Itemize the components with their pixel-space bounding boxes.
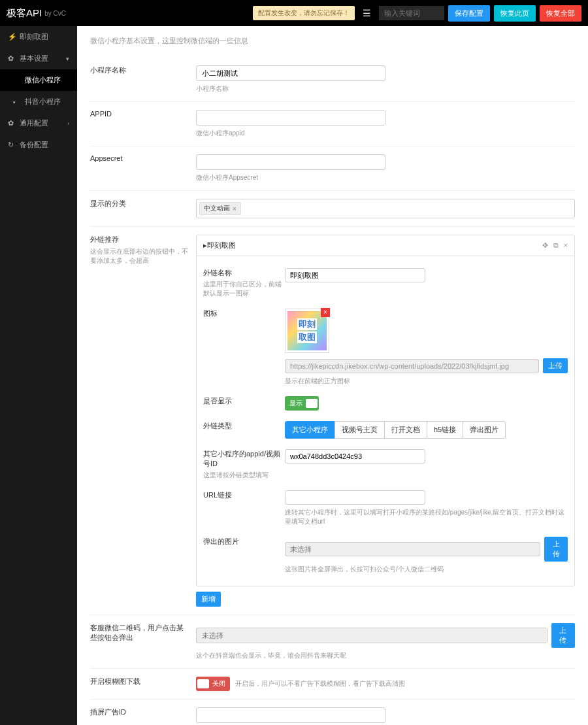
tag-remove-icon[interactable]: × <box>233 205 237 212</box>
icon-url-input[interactable] <box>285 359 539 373</box>
target-appid-input[interactable] <box>285 449 425 464</box>
section-description: 微信小程序基本设置，这里控制微信端的一些信息 <box>90 36 575 46</box>
help-appid: 微信小程序appid <box>196 129 575 138</box>
help-qrcode: 这个在抖音端也会显示，毕竟，谁会用抖音来聊天呢 <box>196 651 575 660</box>
thumb-remove-icon[interactable]: × <box>321 308 330 317</box>
popup-img-input[interactable] <box>285 542 540 556</box>
chevron-right-icon: › <box>67 120 69 127</box>
main-content: 微信小程序基本设置，这里控制微信端的一些信息 小程序名称小程序名称 APPID微… <box>77 26 588 725</box>
restore-all-button[interactable]: 恢复全部 <box>540 5 581 22</box>
type-opt-1[interactable]: 视频号主页 <box>335 421 385 439</box>
type-opt-2[interactable]: 打开文档 <box>384 421 427 439</box>
label-category: 显示的分类 <box>90 199 189 209</box>
category-tagbox[interactable]: 中文动画× <box>196 199 575 218</box>
label-appsecret: Appsecret <box>90 154 189 162</box>
sidebar-item-general[interactable]: ✿通用配置› <box>0 112 77 134</box>
close-icon[interactable]: × <box>564 241 568 250</box>
label-appid: APPID <box>90 110 189 118</box>
label-app-name: 小程序名称 <box>90 65 189 75</box>
topbar: 极客API by CvC 配置发生改变，请勿忘记保存！ ☰ 保存配置 恢复此页 … <box>0 0 588 26</box>
add-outlink-button[interactable]: 新增 <box>196 592 221 607</box>
logo: 极客API <box>7 7 42 20</box>
label-target-appid: 其它小程序的appid/视频号ID <box>203 449 285 469</box>
video-icon: ▪ <box>13 98 21 106</box>
ad1-input[interactable] <box>196 707 385 723</box>
sidebar-item-douyin[interactable]: ▪抖音小程序 <box>0 91 77 112</box>
upload-qrcode-button[interactable]: 上传 <box>551 623 575 648</box>
gear-icon: ✿ <box>8 119 16 127</box>
help-popup-img: 这张图片将全屏弹出，长按可扫公众号/个人微信二维码 <box>285 565 568 574</box>
upload-img-button[interactable]: 上传 <box>544 537 568 562</box>
gear-icon: ✿ <box>8 54 16 63</box>
copy-icon[interactable]: ⧉ <box>553 241 559 250</box>
desc-outlink: 这会显示在底部右边的按钮中，不要添加太多，会超高 <box>90 247 189 265</box>
grid-icon[interactable]: ☰ <box>359 8 375 18</box>
label-popup-img: 弹出的图片 <box>203 537 285 574</box>
restore-page-button[interactable]: 恢复此页 <box>494 5 536 22</box>
save-button[interactable]: 保存配置 <box>448 5 490 22</box>
show-toggle[interactable]: 显示 <box>285 396 319 411</box>
url-input[interactable] <box>285 490 425 505</box>
panel-header[interactable]: ▸ 即刻取图✥⧉× <box>197 235 574 256</box>
help-blur: 开启后，用户可以不看广告下载模糊图，看广告下载高清图 <box>235 679 405 688</box>
help-appsecret: 微信小程序Appsecret <box>196 173 575 182</box>
help-url: 跳转其它小程序时，这里可以填写打开小程序的某路径如/pages/jike/jik… <box>285 508 568 526</box>
category-tag: 中文动画× <box>199 202 241 215</box>
search-input[interactable] <box>379 6 444 20</box>
label-qrcode: 客服微信二维码，用户点击某些按钮会弹出 <box>90 623 189 643</box>
link-name-input[interactable] <box>285 268 425 282</box>
qrcode-input[interactable] <box>196 628 547 643</box>
outlink-panel: ▸ 即刻取图✥⧉× 外链名称这里用于你自己区分，前端默认显示一图标 图标 即刻取… <box>196 235 575 586</box>
sidebar-item-wechat[interactable]: 微信小程序 <box>0 69 77 91</box>
bolt-icon: ⚡ <box>8 33 16 41</box>
type-opt-3[interactable]: h5链接 <box>427 421 463 439</box>
app-name-input[interactable] <box>196 65 385 81</box>
label-ad1: 插屏广告ID <box>90 707 189 717</box>
label-link-type: 外链类型 <box>203 421 285 439</box>
icon-thumb: 即刻取图× <box>285 309 329 353</box>
config-change-notice: 配置发生改变，请勿忘记保存！ <box>253 6 355 20</box>
blur-toggle[interactable]: 关闭 <box>196 677 230 691</box>
label-outlink: 外链推荐 <box>90 235 189 244</box>
label-link-name: 外链名称 <box>203 268 285 278</box>
help-icon: 显示在前端的正方图标 <box>285 377 568 386</box>
label-blur: 开启模糊图下载 <box>90 677 189 686</box>
sidebar-item-backup[interactable]: ↻备份配置 <box>0 134 77 156</box>
sidebar-item-jike[interactable]: ⚡即刻取图 <box>0 26 77 48</box>
logo-sub: by CvC <box>44 10 66 17</box>
link-type-group: 其它小程序视频号主页打开文档h5链接弹出图片 <box>285 421 568 439</box>
desc-link-name: 这里用于你自己区分，前端默认显示一图标 <box>203 280 285 298</box>
appsecret-input[interactable] <box>196 154 385 170</box>
help-app-name: 小程序名称 <box>196 84 575 93</box>
label-url: URL链接 <box>203 490 285 526</box>
label-icon: 图标 <box>203 309 285 318</box>
appid-input[interactable] <box>196 110 385 126</box>
type-opt-4[interactable]: 弹出图片 <box>463 421 506 439</box>
desc-target-appid: 这里请按外链类型填写 <box>203 471 285 480</box>
sidebar-item-basic[interactable]: ✿基本设置▾ <box>0 48 77 69</box>
chevron-down-icon: ▾ <box>66 56 69 62</box>
upload-icon-button[interactable]: 上传 <box>543 358 568 373</box>
label-show: 是否显示 <box>203 396 285 411</box>
type-opt-0[interactable]: 其它小程序 <box>285 421 335 439</box>
sidebar: ⚡即刻取图 ✿基本设置▾ 微信小程序 ▪抖音小程序 ✿通用配置› ↻备份配置 <box>0 26 77 725</box>
backup-icon: ↻ <box>8 141 16 149</box>
move-icon[interactable]: ✥ <box>542 241 548 250</box>
